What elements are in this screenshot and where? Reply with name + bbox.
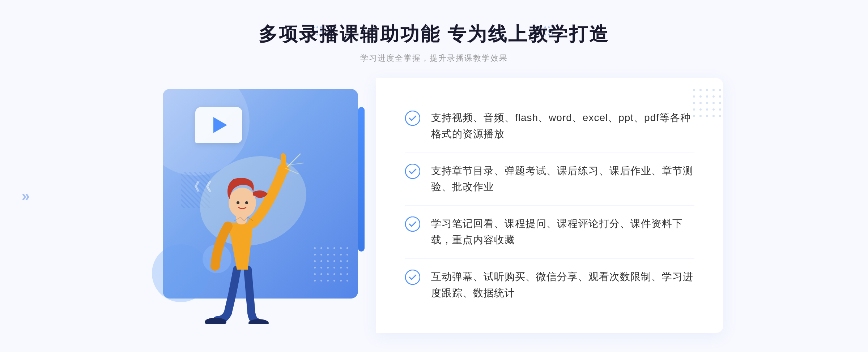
svg-point-13 (405, 217, 420, 231)
feature-text-1: 支持视频、音频、flash、word、excel、ppt、pdf等各种格式的资源… (431, 110, 694, 142)
check-icon-3 (405, 216, 420, 232)
feature-item-3: 学习笔记回看、课程提问、课程评论打分、课件资料下载，重点内容收藏 (405, 206, 694, 259)
dots-top-right (693, 89, 723, 119)
svg-point-11 (405, 111, 420, 125)
content-panel: 支持视频、音频、flash、word、excel、ppt、pdf等各种格式的资源… (376, 78, 723, 333)
feature-text-2: 支持章节目录、弹题考试、课后练习、课后作业、章节测验、批改作业 (431, 163, 694, 196)
check-icon-4 (405, 270, 420, 285)
feature-item-4: 互动弹幕、试听购买、微信分享、观看次数限制、学习进度跟踪、数据统计 (405, 259, 694, 312)
feature-item-2: 支持章节目录、弹题考试、课后练习、课后作业、章节测验、批改作业 (405, 153, 694, 206)
page-wrapper: 多项录播课辅助功能 专为线上教学打造 学习进度全掌握，提升录播课教学效果 » (0, 0, 868, 352)
play-icon (213, 117, 227, 133)
left-arrow-deco: » (22, 188, 30, 204)
check-icon-2 (405, 164, 420, 179)
svg-point-14 (405, 270, 420, 284)
feature-item-1: 支持视频、音频、flash、word、excel、ppt、pdf等各种格式的资源… (405, 100, 694, 153)
check-icon-1 (405, 111, 420, 126)
svg-point-12 (405, 164, 420, 179)
feature-text-4: 互动弹幕、试听购买、微信分享、观看次数限制、学习进度跟踪、数据统计 (431, 269, 694, 301)
svg-point-5 (229, 188, 256, 218)
main-content: 《《 (145, 78, 723, 333)
main-title: 多项录播课辅助功能 专为线上教学打造 (259, 22, 609, 47)
svg-point-7 (245, 201, 248, 204)
svg-point-6 (237, 201, 239, 204)
sub-title: 学习进度全掌握，提升录播课教学效果 (259, 53, 609, 64)
figure-illustration (181, 136, 311, 324)
feature-text-3: 学习笔记回看、课程提问、课程评论打分、课件资料下载，重点内容收藏 (431, 216, 694, 248)
illustration-area: 《《 (145, 78, 376, 324)
accent-bar (358, 107, 365, 252)
title-section: 多项录播课辅助功能 专为线上教学打造 学习进度全掌握，提升录播课教学效果 (259, 22, 609, 64)
